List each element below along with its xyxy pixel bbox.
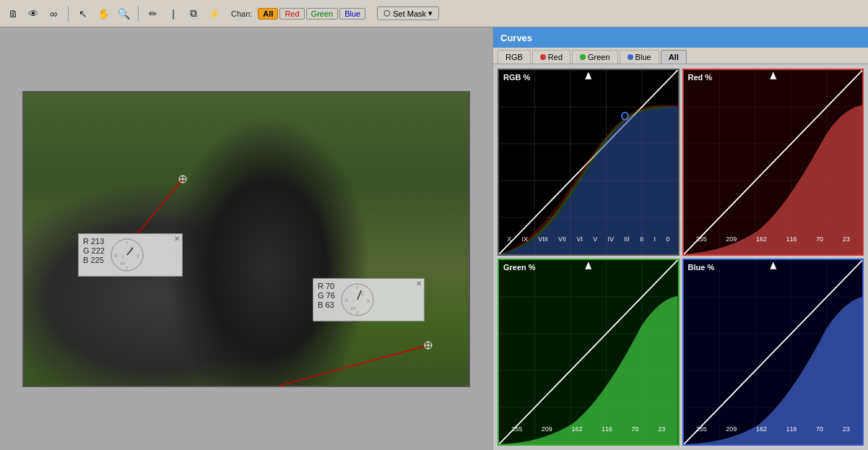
tab-green-label: Green [588, 53, 610, 61]
tool-hand[interactable]: ✋ [95, 5, 112, 22]
svg-text:c: c [356, 310, 359, 315]
curve-green-label: Green % [503, 263, 536, 272]
curves-grid: RGB % [493, 64, 868, 450]
mask-icon: ⬡ [383, 9, 391, 18]
tool-copy[interactable]: ⧉ [185, 5, 202, 22]
main-area: ✕ R 213 G 222 B 225 r y c b l [0, 27, 868, 450]
svg-line-1 [175, 345, 428, 386]
tool-wand[interactable]: ⚡ [205, 5, 222, 22]
curve-blue-label: Blue % [688, 263, 715, 272]
green-axis: 255 209 162 116 70 23 [499, 425, 678, 433]
rgb-values-2: R 70 G 76 B 63 [318, 282, 335, 318]
dropdown-arrow: ▾ [428, 9, 433, 18]
svg-text:l: l [122, 254, 123, 259]
tool-pointer[interactable]: ↖ [74, 5, 92, 22]
curve-blue-box: Blue % [682, 259, 864, 446]
curves-panel: Curves RGB Red Green Blue All [492, 27, 868, 450]
red-dot [540, 54, 546, 60]
chan-green[interactable]: Green [306, 8, 339, 20]
svg-text:m: m [351, 305, 356, 311]
svg-point-2 [179, 176, 186, 183]
sep1 [68, 6, 69, 22]
curves-title: Curves [493, 27, 868, 48]
tool-magnify[interactable]: 🔍 [115, 5, 132, 22]
svg-text:y: y [367, 298, 370, 303]
svg-text:r: r [357, 285, 359, 290]
r-value-2: R 70 [318, 282, 335, 290]
b-value-1: B 225 [83, 256, 105, 264]
blue-dot [628, 54, 633, 60]
curve-green-box: Green % [498, 259, 680, 446]
tool-infinity[interactable]: ∞ [45, 5, 62, 22]
svg-marker-48 [585, 72, 591, 79]
svg-text:m: m [121, 260, 126, 267]
svg-text:r: r [126, 240, 129, 245]
svg-point-8 [425, 342, 432, 349]
svg-marker-78 [770, 262, 776, 269]
set-mask-button[interactable]: ⬡ Set Mask ▾ [377, 7, 439, 20]
b-value-2: B 63 [318, 300, 335, 309]
svg-text:y: y [136, 253, 139, 259]
chan-all[interactable]: All [258, 8, 278, 20]
image-container: ✕ R 213 G 222 B 225 r y c b l [22, 91, 470, 387]
tool-open[interactable]: 👁 [25, 5, 42, 22]
curve-rgb-box: RGB % [498, 69, 680, 256]
svg-text:c: c [126, 265, 129, 270]
svg-marker-68 [585, 262, 591, 269]
info-box-1: ✕ R 213 G 222 B 225 r y c b l [78, 233, 183, 277]
tab-red[interactable]: Red [532, 50, 570, 64]
info-box-2: ✕ R 70 G 76 B 63 r y c b l [313, 278, 425, 321]
chan-red[interactable]: Red [279, 8, 304, 20]
canvas-area: ✕ R 213 G 222 B 225 r y c b l [0, 27, 492, 450]
channel-label: Chan: [231, 9, 252, 18]
curve-red-label: Red % [688, 73, 713, 82]
tab-all-label: All [669, 53, 679, 61]
rgb-axis: X IX VIII VII VI V IV III II I 0 [499, 235, 678, 243]
curve-green-svg [499, 260, 678, 444]
tool-new[interactable]: 🗎 [4, 5, 22, 22]
clock-1: r y c b l g m [109, 237, 145, 273]
green-dot [580, 54, 586, 60]
toolbar: 🗎 👁 ∞ ↖ ✋ 🔍 ✏ | ⧉ ⚡ Chan: All Red Green … [0, 0, 868, 27]
rgb-values-1: R 213 G 222 B 225 [83, 237, 105, 273]
chan-blue[interactable]: Blue [339, 8, 365, 20]
channel-buttons: All Red Green Blue [258, 8, 365, 20]
close-btn-1[interactable]: ✕ [174, 235, 180, 243]
tab-green[interactable]: Green [572, 50, 618, 64]
tab-all[interactable]: All [661, 50, 687, 64]
clock-2: r y c b l g m [339, 282, 376, 318]
curve-red-svg [684, 70, 863, 254]
tool-pen[interactable]: ✏ [144, 5, 162, 22]
sep3: | [165, 5, 182, 22]
close-btn-2[interactable]: ✕ [416, 280, 422, 287]
tab-rgb[interactable]: RGB [498, 50, 531, 64]
svg-marker-58 [770, 72, 776, 79]
boar-image: ✕ R 213 G 222 B 225 r y c b l [24, 92, 469, 386]
curve-rgb-label: RGB % [503, 73, 530, 82]
svg-text:b: b [345, 298, 348, 303]
blue-axis: 255 209 162 116 70 23 [684, 425, 863, 433]
r-value-1: R 213 [83, 237, 105, 246]
tab-red-label: Red [548, 53, 563, 61]
curve-red-box: Red % [682, 69, 864, 256]
tab-blue[interactable]: Blue [620, 50, 659, 64]
red-axis: 255 209 162 116 70 23 [684, 235, 863, 243]
sep2 [138, 6, 139, 22]
g-value-1: G 222 [83, 246, 105, 255]
curves-tabs: RGB Red Green Blue All [493, 48, 868, 64]
tab-blue-label: Blue [635, 53, 651, 61]
curve-rgb-svg [499, 70, 678, 254]
curve-blue-svg [684, 260, 863, 444]
svg-line-28 [357, 290, 361, 300]
tab-rgb-label: RGB [505, 53, 523, 61]
g-value-2: G 76 [318, 291, 335, 300]
svg-text:b: b [115, 253, 118, 258]
svg-text:l: l [352, 299, 354, 304]
